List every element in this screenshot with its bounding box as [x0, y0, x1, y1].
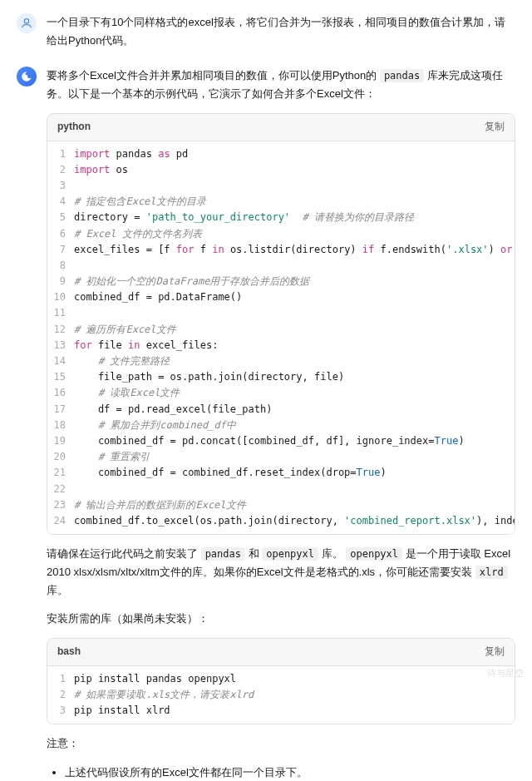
line-code	[74, 258, 515, 274]
code-header: python 复制	[47, 114, 515, 141]
notice-title: 注意：	[47, 734, 515, 753]
line-number: 21	[47, 465, 74, 481]
code-body[interactable]: 1import pandas as pd2import os3 4# 指定包含E…	[47, 141, 515, 535]
user-avatar	[17, 13, 37, 33]
code-line: 1pip install pandas openpyxl	[47, 671, 515, 687]
line-number: 23	[47, 497, 74, 513]
bot-avatar	[17, 67, 37, 87]
user-icon	[20, 17, 33, 30]
code-line: 22	[47, 482, 515, 497]
svg-point-0	[24, 19, 28, 23]
line-code: combined_df = pd.concat([combined_df, df…	[74, 433, 515, 449]
code-header: bash 复制	[47, 639, 515, 665]
line-number: 9	[47, 274, 74, 289]
code-line: 2import os	[47, 162, 515, 178]
code-line: 3	[47, 178, 515, 194]
code-lang: bash	[57, 644, 81, 660]
code-line: 2# 如果需要读取.xls文件，请安装xlrd	[47, 687, 515, 703]
line-code: import pandas as pd	[74, 146, 515, 162]
line-code: file_path = os.path.join(directory, file…	[74, 369, 515, 385]
line-code: combined_df = pd.DataFrame()	[74, 289, 515, 305]
bot-intro: 要将多个Excel文件合并并累加相同项目的数值，你可以使用Python的 pan…	[47, 67, 515, 103]
line-code	[74, 482, 515, 497]
code-line: 24combined_df.to_excel(os.path.join(dire…	[47, 513, 515, 529]
line-code: df = pd.read_excel(file_path)	[74, 402, 515, 418]
line-code: import os	[74, 162, 515, 178]
copy-button[interactable]: 复制	[485, 644, 505, 660]
line-number: 6	[47, 226, 74, 242]
line-number: 13	[47, 338, 74, 353]
code-line: 1import pandas as pd	[47, 146, 515, 162]
code-line: 7excel_files = [f for f in os.listdir(di…	[47, 242, 515, 258]
line-number: 12	[47, 322, 74, 338]
line-code: for file in excel_files:	[74, 338, 515, 353]
line-code: # 如果需要读取.xls文件，请安装xlrd	[74, 687, 515, 703]
line-code: # 重置索引	[74, 449, 515, 465]
code-line: 12# 遍历所有Excel文件	[47, 322, 515, 338]
code-line: 18 # 累加合并到combined_df中	[47, 418, 515, 433]
code-body[interactable]: 1pip install pandas openpyxl2# 如果需要读取.xl…	[47, 666, 515, 724]
bot-message: 要将多个Excel文件合并并累加相同项目的数值，你可以使用Python的 pan…	[17, 67, 515, 781]
line-code: pip install pandas openpyxl	[74, 671, 515, 687]
line-number: 10	[47, 289, 74, 305]
code-line: 16 # 读取Excel文件	[47, 385, 515, 401]
code-line: 11	[47, 305, 515, 321]
code-block-bash: bash 复制 1pip install pandas openpyxl2# 如…	[47, 638, 515, 724]
line-code: # Excel 文件的文件名列表	[74, 226, 515, 242]
line-number: 4	[47, 194, 74, 210]
line-code: # 遍历所有Excel文件	[74, 322, 515, 338]
line-code: # 初始化一个空的DataFrame用于存放合并后的数据	[74, 274, 515, 289]
code-line: 6# Excel 文件的文件名列表	[47, 226, 515, 242]
line-code: # 输出合并后的数据到新的Excel文件	[74, 497, 515, 513]
line-number: 5	[47, 210, 74, 225]
line-code: # 指定包含Excel文件的目录	[74, 194, 515, 210]
line-number: 3	[47, 703, 74, 719]
line-number: 16	[47, 385, 74, 401]
code-line: 9# 初始化一个空的DataFrame用于存放合并后的数据	[47, 274, 515, 289]
code-block-python: python 复制 1import pandas as pd2import os…	[47, 113, 515, 535]
line-number: 3	[47, 178, 74, 194]
line-code: combined_df.to_excel(os.path.join(direct…	[74, 513, 515, 529]
code-line: 17 df = pd.read_excel(file_path)	[47, 402, 515, 418]
line-number: 15	[47, 369, 74, 385]
user-text: 一个目录下有10个同样格式的excel报表，将它们合并为一张报表，相同项目的数值…	[47, 13, 515, 50]
code-line: 19 combined_df = pd.concat([combined_df,…	[47, 433, 515, 449]
bot-icon	[21, 71, 32, 82]
code-line: 3pip install xlrd	[47, 703, 515, 719]
code-lang: python	[57, 119, 91, 135]
code-line: 20 # 重置索引	[47, 449, 515, 465]
line-code: combined_df = combined_df.reset_index(dr…	[74, 465, 515, 481]
code-line: 8	[47, 258, 515, 274]
notes-list: 上述代码假设所有的Excel文件都在同一个目录下。代码中的 path_to_yo…	[47, 763, 515, 781]
code-line: 5directory = 'path_to_your_directory' # …	[47, 210, 515, 225]
code-line: 13for file in excel_files:	[47, 338, 515, 353]
line-number: 24	[47, 513, 74, 529]
line-number: 1	[47, 146, 74, 162]
line-number: 8	[47, 258, 74, 274]
user-message: 一个目录下有10个同样格式的excel报表，将它们合并为一张报表，相同项目的数值…	[17, 13, 515, 50]
code-line: 21 combined_df = combined_df.reset_index…	[47, 465, 515, 481]
line-code: directory = 'path_to_your_directory' # 请…	[74, 210, 515, 225]
code-line: 14 # 文件完整路径	[47, 353, 515, 369]
code-line: 23# 输出合并后的数据到新的Excel文件	[47, 497, 515, 513]
line-code	[74, 305, 515, 321]
line-number: 19	[47, 433, 74, 449]
inline-code: pandas	[380, 69, 424, 82]
line-number: 1	[47, 671, 74, 687]
list-item: 上述代码假设所有的Excel文件都在同一个目录下。	[65, 763, 515, 781]
line-number: 11	[47, 305, 74, 321]
code-line: 10combined_df = pd.DataFrame()	[47, 289, 515, 305]
code-line: 15 file_path = os.path.join(directory, f…	[47, 369, 515, 385]
line-number: 17	[47, 402, 74, 418]
copy-button[interactable]: 复制	[485, 119, 505, 135]
line-number: 18	[47, 418, 74, 433]
line-number: 7	[47, 242, 74, 258]
line-code: # 累加合并到combined_df中	[74, 418, 515, 433]
paragraph-install-cmd: 安装所需的库（如果尚未安装）：	[47, 610, 515, 628]
code-line: 4# 指定包含Excel文件的目录	[47, 194, 515, 210]
line-code: # 文件完整路径	[74, 353, 515, 369]
intro-before: 要将多个Excel文件合并并累加相同项目的数值，你可以使用Python的	[47, 69, 380, 82]
line-code: excel_files = [f for f in os.listdir(dir…	[74, 242, 515, 258]
line-code	[74, 178, 515, 194]
line-code: # 读取Excel文件	[74, 385, 515, 401]
